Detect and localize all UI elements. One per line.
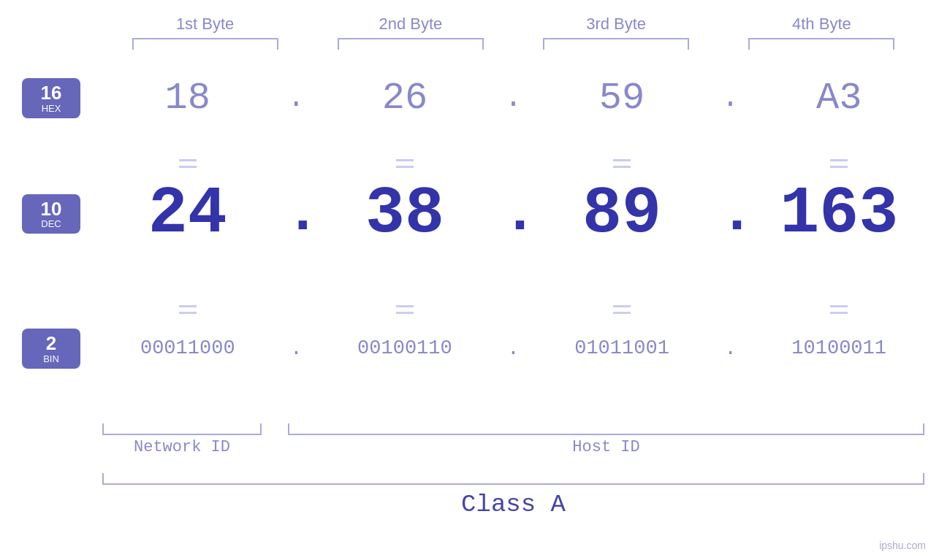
network-id-bracket	[102, 423, 262, 435]
eq2-byte4	[766, 305, 912, 314]
dec-byte3: 89	[549, 181, 695, 247]
bin-byte1: 00011000	[115, 337, 261, 359]
eq2-byte3	[549, 305, 695, 314]
class-label: Class A	[102, 491, 924, 518]
byte3-label: 3rd Byte	[543, 15, 689, 34]
bin-dot1: .	[285, 337, 307, 360]
dec-dot1: .	[285, 185, 307, 243]
byte1-label: 1st Byte	[132, 15, 278, 34]
eq2-byte2	[332, 305, 478, 314]
byte2-top-bracket	[338, 38, 484, 50]
byte4-top-bracket	[748, 38, 894, 50]
hex-byte4: A3	[766, 77, 912, 120]
byte4-label: 4th Byte	[748, 15, 894, 34]
dec-byte2: 38	[332, 181, 478, 247]
byte1-top-bracket	[132, 38, 278, 50]
bin-byte3: 01011001	[549, 337, 695, 359]
bin-dot3: .	[720, 337, 742, 360]
dec-dot3: .	[720, 185, 742, 243]
dec-badge-number: 10	[32, 199, 70, 220]
dec-badge: 10 DEC	[22, 194, 80, 234]
eq1-byte4	[766, 159, 912, 168]
bin-badge-label: BIN	[32, 354, 70, 364]
eq1-byte2	[332, 159, 478, 168]
host-id-label: Host ID	[288, 438, 924, 456]
bin-badge: 2 BIN	[22, 329, 80, 369]
byte2-label: 2nd Byte	[338, 15, 484, 34]
eq2-byte1	[115, 305, 261, 314]
hex-badge-number: 16	[32, 83, 70, 104]
watermark: ipshu.com	[879, 540, 926, 551]
bin-badge-number: 2	[32, 333, 70, 354]
hex-dot2: .	[502, 82, 524, 115]
hex-byte2: 26	[332, 77, 478, 120]
hex-badge: 16 HEX	[22, 78, 80, 118]
host-id-bracket	[288, 423, 924, 435]
hex-dot1: .	[285, 82, 307, 115]
dec-dot2: .	[502, 185, 524, 243]
class-bracket	[102, 473, 924, 485]
dec-byte4: 163	[766, 181, 912, 247]
eq1-byte3	[549, 159, 695, 168]
bin-byte4: 10100011	[766, 337, 912, 359]
hex-byte3: 59	[549, 77, 695, 120]
dec-byte1: 24	[115, 181, 261, 247]
eq1-byte1	[115, 159, 261, 168]
hex-dot3: .	[720, 82, 742, 115]
bin-byte2: 00100110	[332, 337, 478, 359]
bin-dot2: .	[502, 337, 524, 360]
network-id-label: Network ID	[102, 438, 262, 456]
byte3-top-bracket	[543, 38, 689, 50]
hex-badge-label: HEX	[32, 104, 70, 114]
dec-badge-label: DEC	[32, 219, 70, 229]
hex-byte1: 18	[115, 77, 261, 120]
